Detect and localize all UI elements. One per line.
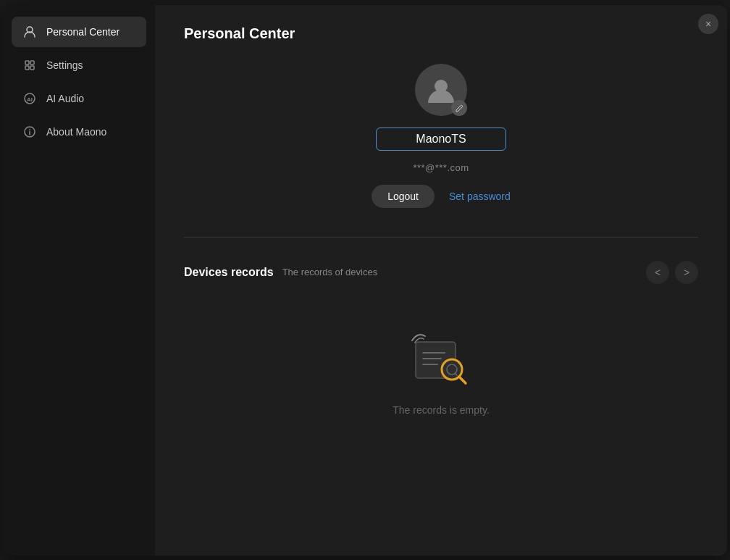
svg-rect-1 bbox=[25, 61, 29, 64]
person-icon bbox=[22, 24, 38, 40]
sidebar-item-settings[interactable]: Settings bbox=[12, 50, 146, 80]
set-password-button[interactable]: Set password bbox=[449, 191, 511, 202]
devices-header: Devices records The records of devices <… bbox=[184, 261, 698, 284]
prev-arrow-button[interactable]: < bbox=[646, 261, 669, 284]
next-arrow-button[interactable]: > bbox=[675, 261, 698, 284]
email-display: ***@***.com bbox=[413, 162, 469, 173]
svg-rect-2 bbox=[30, 61, 34, 64]
sidebar-item-label: About Maono bbox=[46, 126, 106, 138]
info-icon bbox=[22, 124, 38, 140]
app-window: × Personal Center Settings bbox=[3, 5, 727, 556]
username-field[interactable] bbox=[376, 128, 506, 151]
close-button[interactable]: × bbox=[698, 14, 718, 34]
sidebar-item-label: AI Audio bbox=[46, 93, 84, 104]
avatar-container bbox=[415, 64, 467, 116]
sidebar: Personal Center Settings AI AI Audio bbox=[3, 5, 155, 556]
svg-line-16 bbox=[459, 377, 466, 383]
main-content: Personal Center ***@***.com bbox=[155, 5, 727, 556]
avatar-edit-button[interactable] bbox=[451, 100, 467, 116]
svg-text:AI: AI bbox=[27, 96, 33, 103]
devices-records-title: Devices records bbox=[184, 266, 274, 279]
svg-point-9 bbox=[29, 128, 30, 130]
profile-section: ***@***.com Logout Set password bbox=[184, 64, 698, 238]
logout-button[interactable]: Logout bbox=[372, 185, 435, 208]
page-title: Personal Center bbox=[184, 25, 698, 42]
settings-icon bbox=[22, 57, 38, 73]
nav-arrows: < > bbox=[646, 261, 698, 284]
action-row: Logout Set password bbox=[372, 185, 511, 208]
devices-section: Devices records The records of devices <… bbox=[184, 238, 698, 416]
sidebar-item-about-maono[interactable]: About Maono bbox=[12, 117, 146, 147]
ai-icon: AI bbox=[22, 91, 38, 106]
svg-rect-4 bbox=[30, 66, 34, 70]
devices-header-left: Devices records The records of devices bbox=[184, 266, 377, 279]
sidebar-item-label: Personal Center bbox=[46, 26, 119, 38]
sidebar-item-personal-center[interactable]: Personal Center bbox=[12, 17, 146, 47]
empty-state: The records is empty. bbox=[184, 306, 698, 416]
empty-state-icon bbox=[405, 320, 477, 393]
sidebar-item-ai-audio[interactable]: AI AI Audio bbox=[12, 83, 146, 114]
empty-state-text: The records is empty. bbox=[393, 404, 490, 416]
devices-records-subtitle: The records of devices bbox=[282, 267, 378, 277]
sidebar-item-label: Settings bbox=[46, 59, 83, 71]
email-masked: ***@***.com bbox=[413, 162, 469, 173]
svg-rect-3 bbox=[25, 66, 29, 70]
